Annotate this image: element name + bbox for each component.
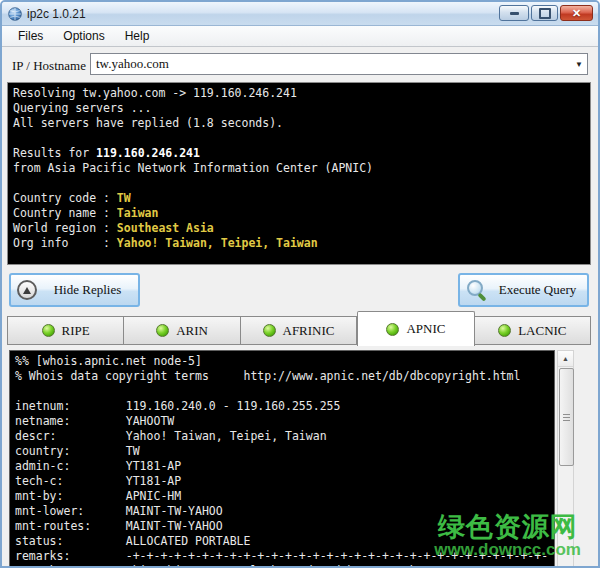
terminal-line: admin-c: YT181-AP <box>15 459 549 474</box>
terminal-line: % Whois data copyright terms http://www.… <box>15 369 549 384</box>
terminal-line: Results for 119.160.246.241 <box>13 146 585 161</box>
green-led-icon <box>42 324 55 337</box>
terminal-line: remarks: This object can only be updated… <box>15 564 549 568</box>
ip-hostname-label: IP / Hostname <box>12 58 86 74</box>
green-led-icon <box>156 324 169 337</box>
search-icon <box>466 279 488 301</box>
execute-query-label: Execute Query <box>488 282 587 298</box>
terminal-line: tech-c: YT181-AP <box>15 474 549 489</box>
terminal-line: All servers have replied (1.8 seconds). <box>13 116 585 131</box>
tab-arin[interactable]: ARIN <box>124 316 240 345</box>
terminal-line: mnt-routes: MAINT-TW-YAHOO <box>15 519 549 534</box>
tab-afrinic-label: AFRINIC <box>283 323 335 339</box>
tab-afrinic[interactable]: AFRINIC <box>241 316 357 345</box>
results-terminal: Resolving tw.yahoo.com -> 119.160.246.24… <box>7 82 591 265</box>
hide-replies-button[interactable]: Hide Replies <box>9 273 140 307</box>
terminal-line: %% [whois.apnic.net node-5] <box>15 354 549 369</box>
menu-bar: Files Options Help <box>2 26 598 47</box>
scrollbar-thumb[interactable] <box>559 368 574 466</box>
whois-scrollbar[interactable]: ▲ <box>557 350 574 568</box>
terminal-line: World region : Southeast Asia <box>13 221 585 236</box>
tab-apnic-label: APNIC <box>406 321 445 337</box>
tab-ripe[interactable]: RIPE <box>7 316 124 345</box>
tab-ripe-label: RIPE <box>62 323 90 339</box>
title-bar: ip2c 1.0.21 ✕ <box>2 2 598 26</box>
registry-tab-bar: RIPE ARIN AFRINIC APNIC LACNIC <box>7 310 591 345</box>
tab-lacnic[interactable]: LACNIC <box>475 316 591 345</box>
terminal-line: Querying servers ... <box>13 101 585 116</box>
terminal-line: Resolving tw.yahoo.com -> 119.160.246.24… <box>13 86 585 101</box>
terminal-line: status: ALLOCATED PORTABLE <box>15 534 549 549</box>
terminal-line <box>13 131 585 146</box>
menu-options[interactable]: Options <box>53 27 114 45</box>
terminal-line: remarks: -+-+-+-+-+-+-+-+-+-+-+-+-+-+-+-… <box>15 549 549 564</box>
globe-icon <box>8 7 22 21</box>
maximize-icon <box>539 8 551 19</box>
menu-files[interactable]: Files <box>8 27 53 45</box>
scroll-up-arrow-icon[interactable]: ▲ <box>558 351 573 367</box>
terminal-line: mnt-lower: MAINT-TW-YAHOO <box>15 504 549 519</box>
terminal-line: Country code : TW <box>13 191 585 206</box>
menu-help[interactable]: Help <box>115 27 160 45</box>
execute-query-button[interactable]: Execute Query <box>458 273 589 307</box>
terminal-line: netname: YAHOOTW <box>15 414 549 429</box>
minimize-button[interactable] <box>499 5 529 21</box>
tab-lacnic-label: LACNIC <box>518 323 566 339</box>
green-led-icon <box>498 324 511 337</box>
ip-hostname-value: tw.yahoo.com <box>91 56 571 72</box>
chevron-down-icon[interactable]: ▼ <box>571 60 587 69</box>
window-title: ip2c 1.0.21 <box>27 7 86 21</box>
terminal-line <box>13 176 585 191</box>
terminal-line: from Asia Pacific Network Information Ce… <box>13 161 585 176</box>
green-led-icon <box>386 323 399 336</box>
close-button[interactable]: ✕ <box>560 5 593 21</box>
terminal-line <box>15 384 549 399</box>
whois-terminal: %% [whois.apnic.net node-5]% Whois data … <box>9 350 555 568</box>
green-led-icon <box>263 324 276 337</box>
terminal-line: mnt-by: APNIC-HM <box>15 489 549 504</box>
terminal-line: Country name : Taiwan <box>13 206 585 221</box>
terminal-line: country: TW <box>15 444 549 459</box>
maximize-button[interactable] <box>531 5 558 21</box>
hide-replies-label: Hide Replies <box>37 282 138 298</box>
ip-hostname-combobox[interactable]: tw.yahoo.com ▼ <box>90 53 588 75</box>
terminal-line: inetnum: 119.160.240.0 - 119.160.255.255 <box>15 399 549 414</box>
client-area: IP / Hostname tw.yahoo.com ▼ Resolving t… <box>2 47 598 568</box>
circle-up-arrow-icon <box>17 280 37 300</box>
thumb-grip-icon <box>563 414 570 421</box>
tab-arin-label: ARIN <box>176 323 208 339</box>
terminal-line: Org info : Yahoo! Taiwan, Teipei, Taiwan <box>13 236 585 251</box>
close-icon: ✕ <box>572 8 581 19</box>
app-window: ip2c 1.0.21 ✕ Files Options Help IP / Ho… <box>0 0 600 568</box>
tab-apnic[interactable]: APNIC <box>357 311 474 346</box>
minimize-icon <box>510 12 519 15</box>
window-controls: ✕ <box>499 5 593 21</box>
terminal-line: descr: Yahoo! Taiwan, Teipei, Taiwan <box>15 429 549 444</box>
